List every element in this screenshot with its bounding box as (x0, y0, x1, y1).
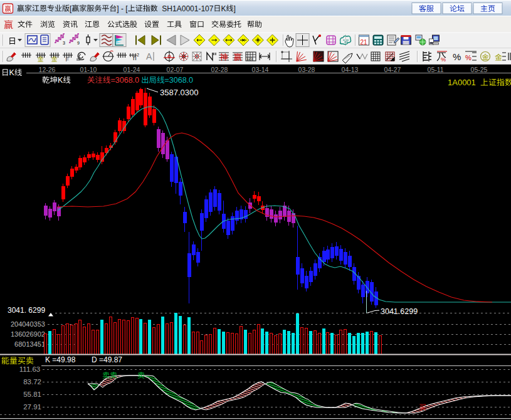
svg-text:K =49.98: K =49.98 (45, 355, 76, 364)
svg-text:12-26: 12-26 (39, 66, 56, 73)
svg-text:] - [: ] - [ (117, 4, 128, 13)
svg-text:123: 123 (246, 57, 253, 61)
svg-text:=3068.0: =3068.0 (165, 76, 194, 85)
svg-text:K: K (58, 76, 63, 85)
svg-text:K: K (221, 4, 226, 13)
svg-text:2: 2 (137, 53, 139, 57)
svg-text:%: % (465, 54, 471, 61)
svg-text:55.81: 55.81 (23, 391, 41, 398)
svg-text:01-10: 01-10 (80, 66, 97, 73)
svg-text:%: % (441, 56, 446, 63)
svg-text:04-13: 04-13 (342, 66, 359, 73)
svg-text:3: 3 (63, 41, 65, 45)
svg-text:03-28: 03-28 (298, 66, 315, 73)
svg-text:21: 21 (361, 39, 368, 46)
svg-text:03-14: 03-14 (252, 66, 269, 73)
svg-text:27.91: 27.91 (23, 403, 41, 411)
svg-text:SH1A0001-107: SH1A0001-107 (158, 4, 214, 13)
svg-text:3041.6299: 3041.6299 (381, 307, 418, 316)
svg-text:K: K (9, 68, 15, 77)
svg-text:204040353: 204040353 (11, 320, 45, 328)
svg-text:05-11: 05-11 (428, 66, 444, 73)
svg-text:136026902: 136026902 (11, 330, 45, 338)
svg-text:01-24: 01-24 (124, 66, 140, 73)
svg-text:04-27: 04-27 (384, 66, 401, 73)
svg-text:F: F (66, 56, 70, 63)
svg-text:68013451: 68013451 (14, 340, 45, 348)
svg-text:3587.0300: 3587.0300 (160, 88, 198, 97)
svg-text:=3068.0: =3068.0 (111, 76, 140, 85)
svg-text:05-25: 05-25 (471, 66, 488, 73)
svg-text:9: 9 (77, 41, 80, 45)
svg-text:02-07: 02-07 (167, 66, 184, 73)
svg-text:A: A (146, 51, 152, 61)
svg-text:D =49.87: D =49.87 (92, 355, 122, 364)
svg-text:111.63: 111.63 (19, 365, 40, 373)
svg-text:%: % (453, 51, 461, 62)
svg-text:83.72: 83.72 (23, 378, 41, 386)
svg-text:3041. 6299: 3041. 6299 (8, 306, 45, 315)
svg-text:02-28: 02-28 (211, 66, 228, 73)
svg-text:n: n (133, 55, 137, 61)
svg-text:]: ] (233, 4, 235, 13)
svg-text:1A0001: 1A0001 (448, 78, 480, 87)
